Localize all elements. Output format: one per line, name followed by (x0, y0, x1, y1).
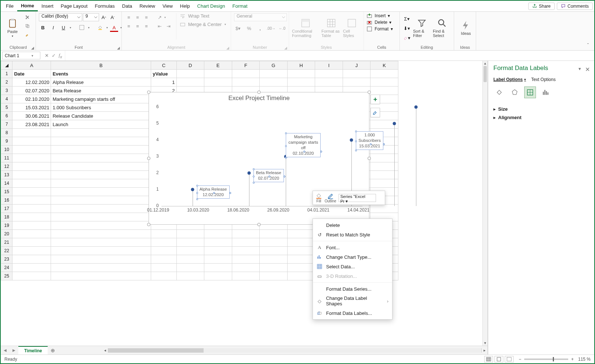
cell[interactable] (12, 129, 51, 137)
zoom-in-button[interactable]: + (571, 357, 574, 362)
resize-handle[interactable] (147, 223, 150, 226)
row-header[interactable]: 6 (1, 112, 12, 120)
cell[interactable] (12, 171, 51, 179)
zoom-slider[interactable] (524, 359, 568, 360)
cell[interactable] (287, 255, 315, 264)
format-painter-button[interactable] (23, 31, 32, 39)
data-point[interactable] (247, 172, 251, 175)
delete-cells-button[interactable]: Delete ▾ (367, 20, 391, 25)
cell[interactable] (232, 255, 260, 264)
align-right-button[interactable]: ≡ (142, 22, 150, 30)
zoom-out-button[interactable]: − (519, 357, 521, 362)
cell[interactable] (176, 264, 204, 272)
fill-button[interactable]: Fill (315, 192, 322, 203)
row-header[interactable]: 17 (1, 205, 12, 213)
row-header[interactable]: 7 (1, 120, 12, 129)
tab-page-layout[interactable]: Page Layout (57, 1, 91, 11)
dialog-launcher-icon[interactable]: ◢ (226, 46, 229, 50)
comments-button[interactable]: Comments (557, 3, 593, 10)
comma-button[interactable]: , (256, 24, 264, 32)
size-section[interactable]: ▸Size (493, 105, 589, 113)
share-button[interactable]: Share (528, 3, 555, 10)
borders-button[interactable] (78, 23, 86, 32)
tab-chart-design[interactable]: Chart Design (194, 1, 229, 11)
sheet-tab-timeline[interactable]: Timeline (18, 346, 48, 354)
cell[interactable] (51, 171, 151, 179)
cell[interactable]: Marketing campaign starts off (51, 95, 151, 103)
text-options-tab[interactable]: Text Options (531, 77, 556, 82)
dialog-launcher-icon[interactable]: ◢ (117, 46, 120, 50)
vertical-scrollbar[interactable]: ▲ ▼ (482, 61, 488, 346)
cell[interactable] (51, 129, 151, 137)
select-all-button[interactable]: ◢ (1, 61, 12, 70)
cell[interactable] (260, 230, 288, 238)
column-header[interactable]: E (204, 61, 232, 70)
row-header[interactable]: 14 (1, 179, 12, 188)
cell-styles-button[interactable]: Cell Styles (343, 13, 361, 43)
cell[interactable] (51, 188, 151, 196)
cell[interactable] (151, 247, 176, 255)
row-header[interactable]: 10 (1, 146, 12, 154)
page-break-view-button[interactable] (505, 356, 514, 363)
tab-view[interactable]: View (159, 1, 176, 11)
percent-button[interactable]: % (245, 24, 253, 32)
row-header[interactable]: 4 (1, 95, 12, 103)
horizontal-scrollbar[interactable]: ◄ ► (102, 346, 488, 354)
conditional-formatting-button[interactable]: Conditional Formatting (292, 13, 319, 43)
label-options-icon-tab[interactable] (540, 87, 551, 98)
close-panel-button[interactable]: ✕ (585, 66, 590, 73)
font-size-combo[interactable]: 9 (83, 13, 99, 21)
tab-formulas[interactable]: Formulas (91, 1, 118, 11)
wrap-text-button[interactable]: Wrap Text (180, 13, 226, 19)
formula-input[interactable] (65, 51, 594, 60)
column-header[interactable]: H (287, 61, 315, 70)
add-sheet-button[interactable]: ⊕ (48, 346, 58, 354)
cell[interactable] (260, 255, 288, 264)
cell[interactable] (51, 264, 151, 272)
row-header[interactable]: 11 (1, 154, 12, 162)
row-header[interactable]: 23 (1, 255, 12, 264)
cell[interactable] (51, 179, 151, 188)
data-point[interactable] (415, 106, 418, 109)
cell[interactable] (51, 154, 151, 162)
row-header[interactable]: 21 (1, 238, 12, 247)
row-header[interactable]: 8 (1, 129, 12, 137)
resize-handle[interactable] (258, 91, 261, 94)
cell[interactable]: Alpha Release (51, 78, 151, 87)
column-header[interactable]: A (12, 61, 51, 70)
find-select-button[interactable]: Find & Select (433, 13, 451, 43)
page-layout-view-button[interactable] (494, 356, 503, 363)
cell[interactable] (51, 162, 151, 171)
increase-decimal-button[interactable]: .00→ (267, 24, 275, 32)
data-label[interactable]: Alpha Release12.02.2020 (197, 185, 230, 199)
cell[interactable] (51, 221, 151, 230)
data-point[interactable] (393, 122, 396, 125)
scrollbar-thumb[interactable] (483, 66, 487, 82)
decrease-decimal-button[interactable]: ←.0 (278, 24, 286, 32)
resize-handle[interactable] (258, 223, 261, 226)
decrease-font-button[interactable]: Aˇ (109, 13, 117, 21)
row-header[interactable]: 19 (1, 221, 12, 230)
chart-elements-button[interactable]: + (370, 95, 380, 104)
column-header[interactable]: B (51, 61, 151, 70)
italic-button[interactable]: I (49, 23, 57, 32)
align-center-button[interactable]: ≡ (134, 22, 142, 30)
increase-font-button[interactable]: A^ (100, 13, 108, 21)
align-bottom-button[interactable]: ≡ (142, 13, 150, 21)
cell[interactable] (204, 247, 232, 255)
cut-button[interactable] (23, 13, 32, 21)
cell[interactable] (176, 238, 204, 247)
cell[interactable] (204, 264, 232, 272)
ctx-font[interactable]: AFont... (313, 243, 392, 252)
cell[interactable] (151, 230, 176, 238)
cell[interactable] (51, 230, 151, 238)
copy-button[interactable] (23, 22, 32, 30)
cell[interactable]: 1.000 Subscribers (51, 103, 151, 112)
cell[interactable] (204, 230, 232, 238)
orientation-button[interactable]: ↗ (156, 13, 164, 21)
cell[interactable] (12, 137, 51, 146)
row-header[interactable]: 5 (1, 103, 12, 112)
column-header[interactable]: C (151, 61, 176, 70)
data-label[interactable]: 1.000 Subscribers15.03.2021 (356, 131, 383, 150)
cell[interactable] (12, 221, 51, 230)
